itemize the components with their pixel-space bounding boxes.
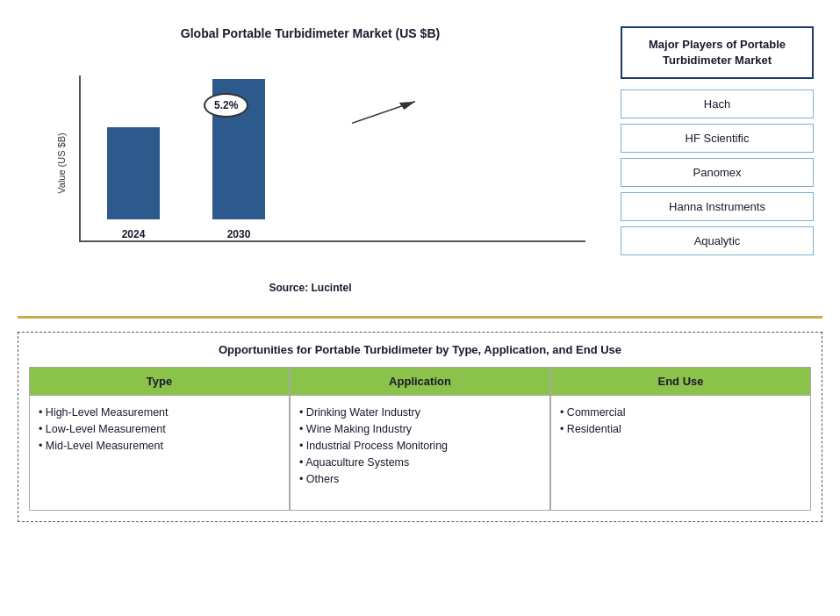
col-content-enduse: Commercial Residential — [551, 396, 810, 510]
player-item-hanna: Hanna Instruments — [621, 192, 814, 221]
player-item-hf-scientific: HF Scientific — [621, 124, 814, 153]
col-application: Application Drinking Water Industry Wine… — [290, 367, 550, 511]
opportunities-title: Opportunities for Portable Turbidimeter … — [29, 343, 811, 356]
chart-wrapper: Value (US $B) 5.2% — [35, 49, 585, 277]
app-item-1: Wine Making Industry — [299, 423, 541, 435]
col-content-application: Drinking Water Industry Wine Making Indu… — [291, 396, 549, 510]
bar-label-2030: 2030 — [227, 228, 251, 240]
bottom-section: Opportunities for Portable Turbidimeter … — [18, 332, 822, 522]
chart-title: Global Portable Turbidimeter Market (US … — [35, 26, 585, 40]
source-text: Source: Lucintel — [35, 282, 585, 294]
bar-group-2024: 2024 — [107, 127, 160, 240]
players-title: Major Players of Portable Turbidimeter M… — [621, 26, 814, 79]
players-panel: Major Players of Portable Turbidimeter M… — [612, 18, 822, 303]
col-enduse: End Use Commercial Residential — [550, 367, 811, 511]
player-item-panomex: Panomex — [621, 158, 814, 187]
app-item-4: Others — [299, 473, 541, 485]
enduse-item-0: Commercial — [560, 406, 801, 419]
app-item-2: Industrial Process Monitoring — [299, 440, 541, 452]
col-header-application: Application — [291, 368, 549, 396]
col-header-type: Type — [30, 368, 289, 396]
growth-annotation: 5.2% — [204, 93, 248, 118]
y-axis-label: Value (US $B) — [56, 133, 67, 194]
section-divider — [18, 316, 822, 319]
app-item-3: Aquaculture Systems — [299, 456, 541, 469]
chart-area: Global Portable Turbidimeter Market (US … — [18, 18, 594, 303]
col-header-enduse: End Use — [551, 368, 810, 396]
player-item-hach: Hach — [621, 90, 814, 118]
type-list: High-Level Measurement Low-Level Measure… — [39, 406, 280, 452]
enduse-list: Commercial Residential — [560, 406, 801, 435]
main-container: Global Portable Turbidimeter Market (US … — [0, 0, 840, 616]
type-item-1: Low-Level Measurement — [39, 423, 280, 435]
columns-container: Type High-Level Measurement Low-Level Me… — [29, 367, 811, 511]
col-content-type: High-Level Measurement Low-Level Measure… — [30, 396, 289, 510]
type-item-2: Mid-Level Measurement — [39, 440, 280, 452]
top-section: Global Portable Turbidimeter Market (US … — [18, 18, 822, 303]
bar-2024 — [107, 127, 160, 219]
app-item-0: Drinking Water Industry — [299, 406, 541, 419]
enduse-item-1: Residential — [560, 423, 801, 435]
col-type: Type High-Level Measurement Low-Level Me… — [29, 367, 290, 511]
svg-line-1 — [352, 102, 415, 124]
bar-label-2024: 2024 — [122, 228, 146, 240]
application-list: Drinking Water Industry Wine Making Indu… — [299, 406, 541, 485]
player-item-aqualytic: Aqualytic — [621, 226, 814, 255]
growth-bubble: 5.2% — [204, 93, 248, 118]
bars-container: 5.2% 2024 2030 — [79, 75, 585, 242]
type-item-0: High-Level Measurement — [39, 406, 280, 419]
